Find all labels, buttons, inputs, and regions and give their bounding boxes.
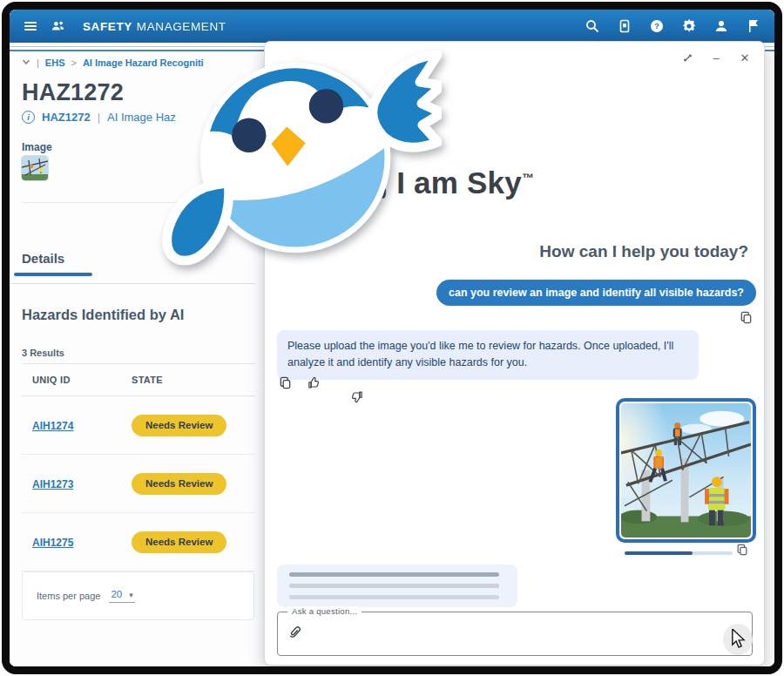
status-badge: Needs Review (132, 473, 226, 495)
image-field-label: Image (22, 141, 52, 153)
bot-message-bubble: Please upload the image you'd like me to… (277, 330, 699, 380)
close-icon[interactable]: ✕ (738, 51, 752, 64)
screenshot-stage: SAFETY MANAGEMENT ? (0, 0, 784, 676)
items-per-page-label: Items per page (37, 591, 100, 601)
flag-icon[interactable] (747, 19, 760, 33)
results-count: 3 Results (22, 348, 64, 358)
pagination-bar: Items per page 20▾ (22, 571, 254, 620)
svg-text:?: ? (654, 21, 659, 30)
record-id-link[interactable]: HAZ1272 (42, 111, 91, 124)
table-row: AIH1274 Needs Review (22, 396, 255, 455)
people-icon[interactable] (51, 19, 65, 33)
copy-icon[interactable] (736, 544, 748, 559)
upload-progress-bar (625, 551, 733, 555)
mobile-icon[interactable] (618, 19, 632, 33)
breadcrumb-separator: > (71, 57, 76, 68)
header-actions: ? (585, 19, 760, 33)
breadcrumb: | EHS > AI Image Hazard Recogniti (22, 55, 204, 71)
record-subtitle: i HAZ1272 | AI Image Haz (22, 111, 176, 124)
app-header: SAFETY MANAGEMENT ? (10, 10, 774, 43)
app-title: SAFETY MANAGEMENT (83, 20, 226, 33)
user-icon[interactable] (714, 19, 728, 33)
record-type-label: AI Image Haz (107, 111, 176, 124)
column-header-state[interactable]: STATE (132, 375, 163, 385)
trademark-symbol: ™ (522, 171, 534, 185)
owl-tail (167, 183, 229, 260)
app-title-bold: SAFETY (83, 20, 132, 33)
record-subtitle-separator: | (98, 111, 100, 124)
message-actions (279, 376, 350, 390)
menu-icon[interactable] (24, 19, 37, 33)
tab-details[interactable]: Details (22, 251, 64, 266)
input-label: Ask a question... (287, 606, 362, 616)
chat-prompt: How can I help you today? (539, 242, 748, 261)
app-title-light: MANAGEMENT (137, 20, 226, 33)
hazard-image-thumbnail[interactable] (22, 156, 48, 180)
section-divider (22, 202, 254, 203)
hazard-link[interactable]: AIH1273 (32, 478, 73, 490)
user-message-bubble: can you review an image and identify all… (436, 280, 756, 306)
typing-skeleton-loader (277, 564, 517, 607)
column-header-uniq-id[interactable]: UNIQ ID (22, 375, 132, 385)
hazard-link[interactable]: AIH1274 (32, 420, 73, 432)
status-badge: Needs Review (132, 415, 226, 436)
uploaded-image-card[interactable] (616, 398, 756, 543)
page-size-value: 20 (111, 589, 122, 599)
table-row: AIH1275 Needs Review (22, 513, 255, 571)
table-row: AIH1273 Needs Review (22, 455, 255, 513)
help-icon[interactable]: ? (650, 19, 664, 33)
thumbs-down-icon[interactable] (336, 376, 350, 390)
tab-row-border (10, 283, 255, 284)
construction-photo (621, 403, 751, 537)
hazards-table: UNIQ ID STATE AIH1274 Needs Review AIH12… (22, 363, 255, 571)
safety-management-app: SAFETY MANAGEMENT ? (10, 10, 774, 666)
hazard-link[interactable]: AIH1275 (32, 537, 73, 549)
question-input[interactable] (308, 618, 713, 650)
attachment-icon[interactable] (288, 626, 302, 640)
info-icon[interactable]: i (22, 111, 35, 124)
page-title: HAZ1272 (22, 79, 124, 106)
copy-icon[interactable] (740, 311, 753, 328)
chat-window-controls: – ✕ (680, 51, 752, 64)
thumbs-up-icon[interactable] (308, 376, 321, 390)
chevron-down-icon[interactable] (22, 57, 30, 68)
table-header-row: UNIQ ID STATE (22, 363, 255, 396)
caret-down-icon: ▾ (129, 591, 133, 599)
minimize-icon[interactable]: – (709, 51, 723, 64)
search-icon[interactable] (585, 19, 599, 33)
breadcrumb-root[interactable]: EHS (45, 57, 65, 68)
sky-chat-panel: – ✕ Hi, I am Sky™ How can I help you tod… (265, 42, 764, 665)
resize-icon[interactable] (680, 51, 694, 64)
section-title: Hazards Identified by AI (22, 307, 184, 323)
page-size-select[interactable]: 20▾ (109, 589, 134, 603)
breadcrumb-pipe: | (37, 57, 39, 68)
settings-icon[interactable] (682, 19, 696, 33)
copy-icon[interactable] (279, 376, 293, 390)
question-input-container: Ask a question... (277, 612, 753, 656)
owl-left-eye (232, 118, 266, 152)
chat-greeting: Hi, I am Sky™ (348, 166, 534, 200)
status-badge: Needs Review (132, 531, 226, 553)
tab-active-indicator (14, 273, 92, 276)
window-frame: SAFETY MANAGEMENT ? (2, 2, 782, 674)
upload-progress-fill (625, 551, 693, 555)
breadcrumb-current[interactable]: AI Image Hazard Recogniti (83, 57, 204, 68)
